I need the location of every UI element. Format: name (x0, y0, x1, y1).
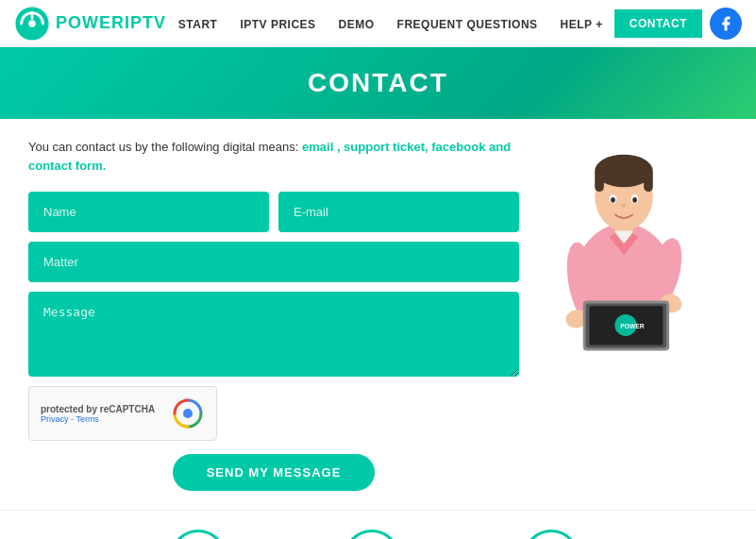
nav-item-help[interactable]: HELP + (549, 15, 614, 32)
recaptcha-logo (171, 396, 205, 430)
svg-point-3 (183, 409, 193, 418)
recaptcha-links: Privacy - Terms (41, 414, 171, 424)
main-content: You can contact us by the following digi… (0, 119, 756, 500)
email-input[interactable] (278, 192, 519, 232)
send-btn-container: SEND MY MESSAGE (28, 454, 519, 491)
footer-ticket-item[interactable]: OPEN TICKET (326, 530, 418, 539)
logo-icon (14, 6, 50, 42)
page-title: CONTACT (0, 68, 756, 98)
svg-point-23 (611, 197, 615, 203)
logo-text: POWERIPTV (56, 13, 166, 33)
description-text: You can contact us by the following digi… (28, 138, 519, 175)
footer-facebook-item[interactable]: FACEBOOK (513, 530, 591, 539)
ticket-icon-circle (344, 530, 400, 539)
svg-point-1 (28, 20, 36, 27)
footer-icons: CONTACT OPEN TICKET FACEBOOK (0, 510, 756, 539)
svg-rect-7 (595, 169, 604, 192)
header-banner: CONTACT (0, 47, 756, 119)
contact-form-area: You can contact us by the following digi… (28, 138, 519, 491)
facebook-logo-icon (717, 15, 734, 32)
navbar: POWERIPTV START IPTV PRICES DEMO FREQUEN… (0, 0, 756, 47)
recaptcha-widget: protected by reCAPTCHA Privacy - Terms (28, 386, 217, 441)
person-svg: POWER (529, 124, 718, 360)
form-row-name-email (28, 192, 519, 232)
contact-icon-circle (170, 530, 227, 539)
matter-input[interactable] (28, 242, 519, 282)
nav-item-faq[interactable]: FREQUENT QUESTIONS (386, 15, 549, 32)
svg-point-24 (632, 197, 637, 203)
nav-item-demo[interactable]: DEMO (328, 15, 386, 32)
svg-text:POWER: POWER (620, 323, 645, 329)
person-illustration: POWER (520, 119, 728, 364)
nav-facebook-icon[interactable] (710, 8, 742, 40)
svg-rect-8 (644, 169, 653, 192)
nav-item-start[interactable]: START (167, 15, 229, 32)
message-textarea[interactable] (28, 292, 519, 377)
recaptcha-label: protected by reCAPTCHA (41, 404, 171, 414)
send-message-button[interactable]: SEND MY MESSAGE (173, 454, 376, 491)
facebook-icon-circle (523, 530, 580, 539)
nav-item-contact[interactable]: CONTACT (614, 9, 702, 38)
logo[interactable]: POWERIPTV (14, 6, 166, 42)
footer-contact-item[interactable]: CONTACT (166, 530, 232, 539)
nav-links: START IPTV PRICES DEMO FREQUENT QUESTION… (167, 9, 702, 38)
nav-item-iptv-prices[interactable]: IPTV PRICES (228, 15, 327, 32)
name-input[interactable] (28, 192, 269, 232)
